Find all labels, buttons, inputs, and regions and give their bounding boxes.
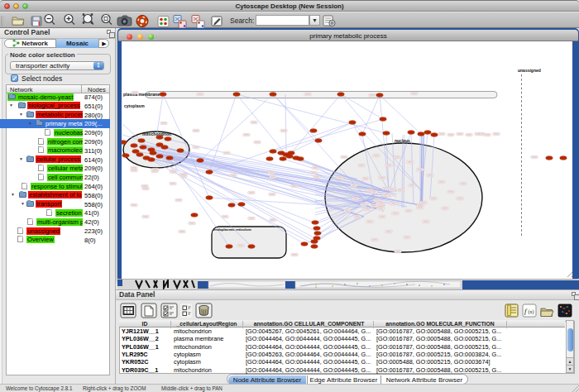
svg-text:endoplasmic reticulum: endoplasmic reticulum — [213, 227, 251, 232]
svg-text:plasma membrane: plasma membrane — [123, 92, 160, 97]
svg-text:unassigned: unassigned — [518, 68, 541, 73]
svg-text:nucleus: nucleus — [395, 138, 410, 143]
svg-text:mitochondrion: mitochondrion — [142, 131, 171, 136]
svg-text:(x): (x) — [529, 309, 534, 315]
svg-text:cytoplasm: cytoplasm — [124, 103, 145, 108]
